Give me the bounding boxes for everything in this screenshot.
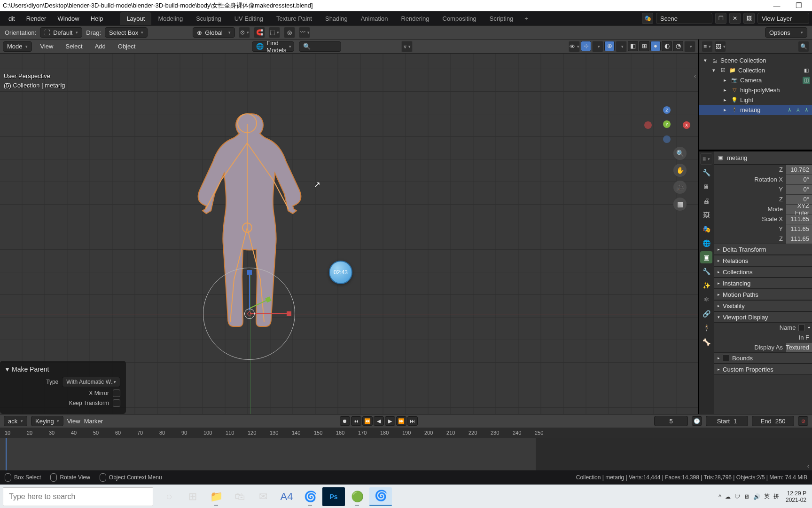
window-maximize[interactable]: ❐	[788, 1, 809, 10]
section-viewport-display[interactable]: ▾Viewport Display	[714, 311, 812, 323]
disclosure-icon[interactable]: ▾	[710, 67, 718, 74]
menu-window[interactable]: Window	[52, 11, 85, 25]
scene-browse-icon[interactable]: 🎭	[642, 13, 653, 24]
section-bounds[interactable]: ▸Bounds	[714, 352, 812, 364]
play-icon[interactable]: ▶	[385, 416, 395, 426]
section-instancing[interactable]: ▸Instancing	[714, 278, 812, 289]
tray-onedrive-icon[interactable]: ☁	[725, 493, 731, 500]
outliner-display-mode[interactable]: 🖼	[715, 41, 726, 52]
gizmo-x-arrow[interactable]	[250, 313, 288, 314]
mail-icon[interactable]: ✉	[252, 487, 274, 506]
outliner-editor-type[interactable]: ≡	[702, 41, 713, 52]
gizmo-dropdown[interactable]	[592, 41, 603, 52]
outliner-item-light[interactable]: Light	[740, 96, 753, 103]
play-reverse-icon[interactable]: ◀	[374, 416, 384, 426]
shading-rendered[interactable]: ◔	[673, 41, 683, 51]
props-tab-data[interactable]: 🕴	[700, 322, 712, 334]
jump-prev-key-icon[interactable]: ⏪	[362, 416, 373, 426]
scene-del-icon[interactable]: ✕	[729, 13, 741, 24]
op-xmirror-checkbox[interactable]	[113, 389, 120, 397]
find-models-dropdown[interactable]: 🌐 Find Models▾	[252, 41, 294, 52]
window-minimize[interactable]: —	[766, 2, 788, 10]
outliner[interactable]: ▾ 🗂 Scene Collection ▾ ☑ 📁 Collection ◧ …	[699, 54, 812, 150]
section-delta-transform[interactable]: ▸Delta Transform	[714, 244, 812, 255]
mode-dropdown[interactable]: Mode▾	[3, 41, 32, 52]
vp-name-checkbox[interactable]	[798, 325, 805, 331]
viewlayer-browse-icon[interactable]: 🖼	[743, 13, 755, 24]
edge-icon[interactable]: 🌀	[299, 487, 321, 506]
current-frame-field[interactable]: 5	[654, 416, 688, 426]
disclosure-icon[interactable]: ▸	[721, 77, 729, 84]
props-editor-type[interactable]: ≡	[700, 153, 712, 165]
tl-close-icon[interactable]: ⊘	[798, 416, 808, 426]
menu-render[interactable]: Render	[21, 11, 52, 25]
armature-mode-icon[interactable]: ⅄	[786, 106, 793, 114]
proportional-dropdown[interactable]: 〰	[299, 27, 310, 38]
shading-dropdown[interactable]	[684, 41, 695, 52]
props-tab-particles[interactable]: ✨	[700, 279, 712, 292]
end-frame-field[interactable]: End250	[752, 416, 794, 426]
overlay-toggle[interactable]: ⊕	[604, 41, 615, 51]
disclosure-icon[interactable]: ▸	[721, 96, 729, 104]
timeline-track-area[interactable]: ‹	[0, 438, 812, 470]
nav-gizmo[interactable]: Z X Y	[648, 106, 686, 144]
props-tab-bone[interactable]: 🦴	[700, 336, 712, 348]
restrict-icon[interactable]: ◫	[803, 77, 810, 84]
task-view-icon[interactable]: ⊞	[181, 487, 204, 506]
proportional-toggle[interactable]: ◎	[284, 27, 295, 38]
props-tab-render[interactable]: 🖥	[700, 181, 712, 193]
timeline-playhead[interactable]	[6, 438, 7, 470]
jump-start-icon[interactable]: ⏮	[351, 416, 361, 426]
pan-icon[interactable]: ✋	[673, 164, 687, 177]
section-relations[interactable]: ▸Relations	[714, 255, 812, 266]
timeline-ruler[interactable]: 10 20 30 40 50 60 70 80 90 100 110 120 1…	[0, 428, 812, 438]
explorer-icon[interactable]: 📁	[205, 487, 227, 506]
shading-wire[interactable]: ⊞	[639, 41, 649, 51]
visibility-dropdown[interactable]: 👁	[569, 41, 580, 52]
check-icon[interactable]: ☑	[719, 67, 727, 74]
loc-z-field[interactable]: 10.762	[786, 165, 812, 175]
shading-solid[interactable]: ●	[650, 41, 661, 51]
camera-view-icon[interactable]: 🎥	[673, 181, 687, 194]
section-collections[interactable]: ▸Collections	[714, 266, 812, 278]
disclosure-icon[interactable]: ▸	[721, 106, 729, 114]
app-a4-icon[interactable]: A4	[275, 487, 298, 506]
snap-toggle[interactable]: 🧲	[254, 27, 265, 38]
options-dropdown[interactable]: Options ▾	[765, 27, 807, 38]
chrome-icon[interactable]: 🟢	[346, 487, 368, 506]
scene-new-icon[interactable]: ❐	[715, 13, 726, 24]
props-tab-viewlayer[interactable]: 🖼	[700, 209, 712, 221]
taskbar-search[interactable]: Type here to search	[3, 487, 153, 506]
disclosure-icon[interactable]: ▾	[6, 365, 9, 373]
armature-mode-icon[interactable]: ⅄	[803, 106, 810, 114]
shading-material[interactable]: ◐	[662, 41, 672, 51]
tray-chevron-icon[interactable]: ^	[718, 493, 721, 500]
nav-z-axis[interactable]: Z	[663, 106, 671, 114]
props-tab-output[interactable]: 🖨	[700, 195, 712, 207]
props-object-name[interactable]: metarig	[727, 154, 747, 161]
op-type-field[interactable]: With Automatic W.. ▾	[62, 377, 120, 387]
find-models-search[interactable]: 🔍	[299, 41, 341, 52]
preview-range-toggle[interactable]: 🕐	[692, 416, 702, 426]
3d-viewport[interactable]: User Perspective (5) Collection | metari…	[0, 54, 698, 414]
props-tab-object[interactable]: ▣	[700, 251, 712, 263]
outliner-item-camera[interactable]: Camera	[740, 77, 762, 84]
jump-next-key-icon[interactable]: ⏩	[396, 416, 406, 426]
jump-end-icon[interactable]: ⏭	[407, 416, 418, 426]
workspace-tab-animation[interactable]: Animation	[354, 12, 395, 25]
outliner-search-icon[interactable]: 🔍	[798, 41, 809, 52]
props-tab-tool[interactable]: 🔧	[700, 167, 712, 179]
props-tab-scene[interactable]: 🎭	[700, 223, 712, 235]
start-frame-field[interactable]: Start1	[706, 416, 748, 426]
op-keep-checkbox[interactable]	[113, 399, 120, 407]
workspace-tab-scripting[interactable]: Scripting	[483, 12, 520, 25]
menu-edit[interactable]: dit	[3, 11, 21, 25]
props-tab-constraints[interactable]: 🔗	[700, 308, 712, 320]
menu-help[interactable]: Help	[85, 11, 109, 25]
vp-menu-view[interactable]: View	[37, 41, 57, 52]
blender-icon[interactable]: 🌀	[369, 487, 392, 506]
armature-mode-icon[interactable]: ⅄	[794, 106, 802, 114]
tray-volume-icon[interactable]: 🔊	[753, 493, 760, 500]
workspace-tab-rendering[interactable]: Rendering	[395, 12, 436, 25]
rot-mode-field[interactable]: XYZ Euler	[786, 205, 812, 214]
